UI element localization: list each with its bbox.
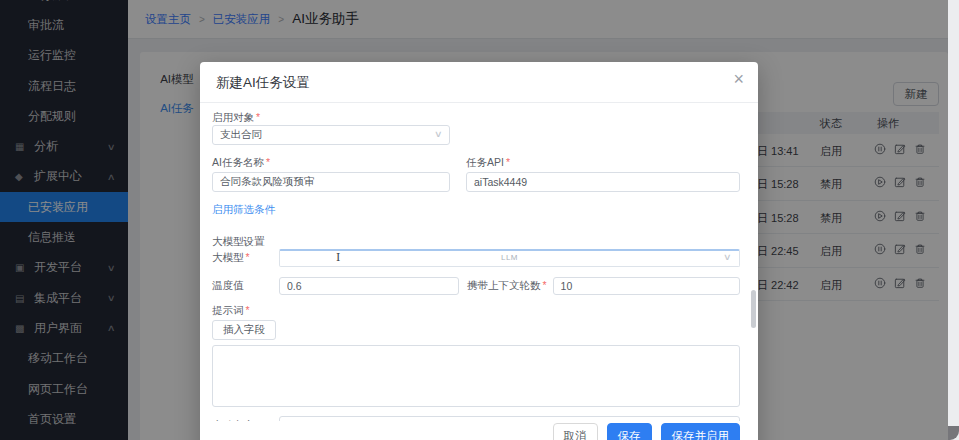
save-button[interactable]: 保存 <box>607 423 652 440</box>
model-label: 大模型* <box>212 251 279 265</box>
temperature-row: 温度值 携带上下文轮数* <box>212 277 740 295</box>
page-scrollbar[interactable] <box>948 0 959 440</box>
required-asterisk: * <box>246 251 250 263</box>
new-ai-task-dialog: 新建AI任务设置 × 启用对象* 支出合同 ∨ AI任务名称* <box>200 62 758 440</box>
cancel-button[interactable]: 取消 <box>553 423 598 440</box>
dialog-title: 新建AI任务设置 <box>216 74 310 92</box>
model-section-label: 大模型设置 <box>212 235 740 249</box>
app-window: 业务流程审批流运行监控流程日志分配规则▦分析∨◆扩展中心∧已安装应用信息推送▣开… <box>0 0 959 440</box>
enable-object-label: 启用对象* <box>212 111 740 125</box>
chevron-down-icon: ∨ <box>723 252 732 262</box>
task-api-input[interactable] <box>466 172 740 192</box>
required-asterisk: * <box>246 304 250 316</box>
model-row: 大模型* I LLM ∨ <box>212 249 740 267</box>
prompt-label: 提示词* <box>212 304 740 318</box>
required-asterisk: * <box>543 279 547 291</box>
dialog-header: 新建AI任务设置 × <box>200 62 758 103</box>
required-asterisk: * <box>506 156 510 168</box>
context-rounds-label: 携带上下文轮数* <box>467 279 547 293</box>
save-and-enable-button[interactable]: 保存并启用 <box>661 423 741 440</box>
temperature-input[interactable] <box>279 277 459 295</box>
close-icon[interactable]: × <box>733 70 744 88</box>
task-name-label: AI任务名称* <box>212 156 450 170</box>
task-api-label: 任务API* <box>466 156 740 170</box>
prompt-textarea[interactable] <box>212 345 740 407</box>
name-api-row: AI任务名称* 任务API* <box>212 154 740 192</box>
enable-object-value: 支出合同 <box>220 128 262 142</box>
modal-scrollbar-thumb[interactable] <box>751 290 756 328</box>
chevron-down-icon: ∨ <box>434 129 443 139</box>
enable-filter-link[interactable]: 启用筛选条件 <box>212 203 740 217</box>
task-name-input[interactable] <box>212 172 450 192</box>
required-asterisk: * <box>256 111 260 123</box>
enable-object-select[interactable]: 支出合同 ∨ <box>212 125 450 145</box>
temperature-label: 温度值 <box>212 279 279 293</box>
insert-field-button[interactable]: 插入字段 <box>212 320 276 340</box>
dialog-body: 启用对象* 支出合同 ∨ AI任务名称* 任务API* <box>200 103 758 436</box>
context-rounds-input[interactable] <box>553 277 740 295</box>
model-select[interactable]: I LLM ∨ <box>279 249 740 267</box>
window-corner <box>948 426 959 440</box>
model-select-clipped-value: LLM <box>280 254 739 262</box>
dialog-footer: 取消 保存 保存并启用 <box>200 421 758 440</box>
required-asterisk: * <box>266 156 270 168</box>
